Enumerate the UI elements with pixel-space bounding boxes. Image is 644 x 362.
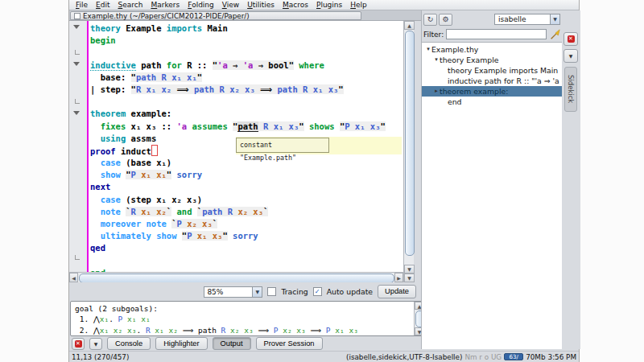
close-dock-button[interactable]: ✕: [72, 338, 85, 350]
code-line: goal (2 subgoals):: [75, 303, 413, 314]
sidekick-dock-tab[interactable]: Sidekick: [564, 67, 577, 112]
chevron-down-icon: ▼: [569, 53, 573, 59]
code-line: theorem example:: [90, 108, 403, 120]
tree-node-label: theory Example: [440, 55, 499, 65]
memory-total: 70Mb: [526, 353, 545, 361]
dock-button-output[interactable]: Output: [213, 337, 251, 350]
tracing-checkbox[interactable]: [267, 287, 276, 296]
menu-plugins[interactable]: Plugins: [312, 0, 346, 10]
caret-position: 11,13 (270/457): [72, 353, 346, 361]
tree-row[interactable]: end: [422, 97, 562, 107]
editor-horizontal-scrollbar[interactable]: ◀ ▶: [69, 272, 403, 282]
tree-node-label: theorem example:: [440, 86, 508, 97]
fold-triangle-icon[interactable]: [73, 25, 80, 29]
tree-node-label: theory Example imports Main: [448, 65, 558, 76]
dock-menu-button[interactable]: ▼: [89, 338, 102, 350]
code-line: ultimately show "P x₁ x₃" sorry: [90, 230, 403, 242]
code-line: inductive path for R :: "'a ⇒ 'a ⇒ bool"…: [90, 60, 403, 72]
tree-row[interactable]: ▾theory Example: [422, 55, 562, 65]
entity-tooltip: constant "Example.path": [236, 138, 329, 153]
auto-update-label: Auto update: [327, 287, 373, 296]
tree-row[interactable]: ▾Example.thy: [422, 44, 562, 55]
fold-end-icon: [75, 50, 80, 55]
tree-row[interactable]: inductive path for R :: "'a ⇒ 'a ⇒ bool": [422, 76, 562, 86]
menu-help[interactable]: Help: [346, 0, 371, 10]
dock-button-prover-session[interactable]: Prover Session: [256, 337, 323, 350]
tree-expand-icon[interactable]: ▸: [433, 86, 440, 97]
filter-row: Filter:: [423, 28, 560, 40]
chevron-down-icon[interactable]: ▼: [252, 287, 262, 297]
code-line: base: "path R x₁ x₁": [90, 72, 403, 84]
close-panel-button[interactable]: ✕: [564, 32, 578, 46]
fold-end-icon: [75, 255, 80, 260]
code-line: [90, 255, 403, 267]
tree-row[interactable]: ▸theorem example:: [422, 86, 562, 97]
update-button[interactable]: Update: [378, 285, 416, 298]
buffer-tab[interactable]: Example.thy (~/Papers/CICM2012-PIDE/Pape…: [70, 11, 361, 20]
right-dock-strip: ✕ ▼ Sidekick: [562, 10, 580, 349]
auto-update-checkbox[interactable]: ✓: [313, 287, 322, 296]
dock-button-console[interactable]: Console: [107, 337, 151, 350]
code-line: qed: [90, 242, 403, 254]
buffer-title: Example.thy (~/Papers/CICM2012-PIDE/Pape…: [83, 12, 250, 20]
menu-file[interactable]: File: [72, 0, 92, 10]
clock: 3:56 PM: [548, 353, 576, 361]
menu-search[interactable]: Search: [114, 0, 147, 10]
fold-triangle-icon[interactable]: [73, 111, 80, 115]
editor-vertical-scrollbar[interactable]: ▲ ▼ ▼: [403, 21, 414, 282]
tracing-label: Tracing: [281, 287, 308, 296]
filter-label: Filter:: [423, 31, 444, 39]
output-controls-row: 85% ▼ Tracing ✓ Auto update Update: [69, 282, 421, 301]
buffer-mode-info: (isabelle,sidekick,UTF-8-Isabelle): [346, 353, 462, 361]
menu-markers[interactable]: Markers: [147, 0, 184, 10]
code-line: [90, 47, 403, 59]
code-line: note `R x₁ x₂` and `path R x₂ x₃`: [90, 206, 403, 218]
scroll-down-icon[interactable]: ▼: [404, 274, 415, 282]
editor-gutter[interactable]: [69, 21, 89, 272]
menu-utilities[interactable]: Utilities: [243, 0, 279, 10]
scrollbar-thumb[interactable]: [405, 31, 415, 256]
scroll-left-icon[interactable]: ◀: [69, 273, 78, 282]
menu-folding[interactable]: Folding: [184, 0, 218, 10]
output-dockable: goal (2 subgoals): 1. ⋀x₁. P x₁ x₁ 2. ⋀x…: [70, 301, 425, 336]
menu-edit[interactable]: Edit: [92, 0, 114, 10]
filter-input[interactable]: [446, 29, 547, 39]
menu-bar: FileEditSearchMarkersFoldingViewUtilitie…: [69, 0, 579, 10]
edit-mode-flags: Nm r o UG: [464, 353, 502, 361]
scroll-right-icon[interactable]: ▶: [394, 273, 403, 282]
chevron-down-icon[interactable]: ▼: [550, 14, 559, 24]
chevron-down-icon: ▼: [94, 341, 98, 347]
buffer-tab-bar: Example.thy (~/Papers/CICM2012-PIDE/Pape…: [69, 10, 421, 21]
code-line: theory Example imports Main: [90, 23, 403, 35]
zoom-level-combo[interactable]: 85% ▼: [204, 286, 262, 298]
parse-buffer-icon[interactable]: ↻: [423, 14, 437, 26]
code-line: | step: "R x₁ x₂ ⟹ path R x₂ x₃ ⟹ path R…: [90, 84, 403, 96]
fold-end-icon: [75, 99, 80, 104]
tree-expand-icon[interactable]: ▾: [433, 55, 440, 65]
close-icon: ✕: [75, 340, 82, 348]
parser-combo[interactable]: isabelle ▼: [494, 14, 560, 25]
fold-triangle-icon[interactable]: [73, 62, 80, 66]
code-line: 1. ⋀x₁. P x₁ x₁: [75, 314, 413, 324]
code-line: fixes x₁ x₃ :: 'a assumes "path R x₁ x₃"…: [90, 121, 403, 133]
text-caret: [151, 145, 158, 156]
settings-gear-icon[interactable]: ⚙: [439, 14, 452, 26]
scroll-down-icon[interactable]: ▼: [404, 265, 415, 274]
jedit-window: FileEditSearchMarkersFoldingViewUtilitie…: [68, 0, 580, 362]
code-line: moreover note `P x₂ x₃`: [90, 218, 403, 230]
scroll-up-icon[interactable]: ▲: [404, 21, 415, 30]
menu-macros[interactable]: Macros: [279, 0, 312, 10]
dock-button-highlighter[interactable]: Highlighter: [155, 337, 207, 350]
tree-expand-icon[interactable]: ▾: [425, 44, 431, 55]
memory-indicator[interactable]: 63/: [504, 353, 523, 360]
tree-row[interactable]: theory Example imports Main: [422, 65, 562, 76]
clear-filter-broom-icon[interactable]: [549, 29, 560, 40]
sidekick-panel: ↻ ⚙ isabelle ▼ Filter: ▾Example.thy▾theo…: [421, 10, 562, 349]
code-line: next: [90, 181, 403, 193]
editor-area[interactable]: theory Example imports Mainbegininductiv…: [69, 21, 414, 282]
tree-node-label: inductive path for R :: "'a ⇒ 'a ⇒ bool": [448, 76, 562, 86]
status-bar: 11,13 (270/457) (isabelle,sidekick,UTF-8…: [69, 351, 579, 362]
parser-combo-value: isabelle: [495, 15, 550, 23]
panel-menu-button[interactable]: ▼: [564, 49, 578, 63]
menu-view[interactable]: View: [218, 0, 243, 10]
